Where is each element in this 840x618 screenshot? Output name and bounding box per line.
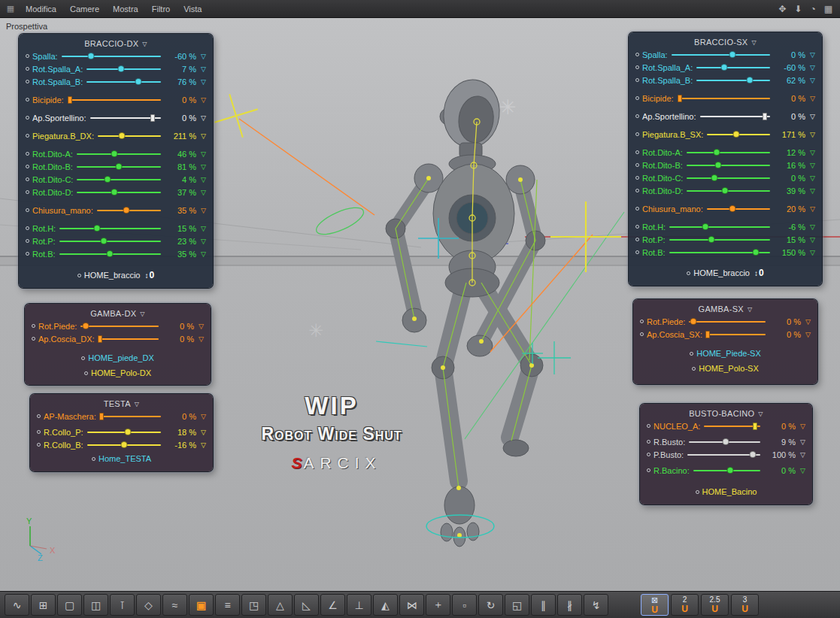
slider-handle[interactable] <box>104 176 111 183</box>
bend-tool[interactable]: ↯ <box>584 594 608 616</box>
slider-value[interactable]: -6 % <box>774 223 805 232</box>
envelope-dropdown-icon[interactable]: ▽ <box>196 96 206 104</box>
grid-tool[interactable]: ◫ <box>83 594 108 616</box>
button-home-piede-dx[interactable]: HOME_piede_DX <box>32 350 204 365</box>
slider-track[interactable] <box>707 134 770 135</box>
envelope-dropdown-icon[interactable]: ▽ <box>801 331 811 338</box>
slider-value[interactable]: 12 % <box>774 148 805 157</box>
viewport-2-button[interactable]: 2U <box>671 594 699 616</box>
slider-track[interactable] <box>669 226 770 228</box>
slider-value[interactable]: 62 % <box>774 76 805 85</box>
slider-handle[interactable] <box>715 162 722 168</box>
slider-track[interactable] <box>59 253 161 255</box>
envelope-dropdown-icon[interactable]: ▽ <box>196 53 206 60</box>
slider-handle[interactable] <box>721 64 728 71</box>
slider-value[interactable]: 171 % <box>774 130 805 139</box>
envelope-dropdown-icon[interactable]: ▽ <box>194 323 204 330</box>
slider-track[interactable] <box>90 117 161 119</box>
slider-track[interactable] <box>100 416 161 417</box>
cone-tool[interactable]: △ <box>268 594 293 616</box>
envelope-dropdown-icon[interactable]: ▽ <box>196 225 206 232</box>
slider-value[interactable]: 37 % <box>165 188 196 197</box>
slider-value[interactable]: 46 % <box>165 150 196 159</box>
slider-handle[interactable] <box>111 150 118 157</box>
button-home-polo-dx[interactable]: HOME_Polo-DX <box>32 365 204 380</box>
slider-handle[interactable] <box>729 205 736 212</box>
rotate-tool[interactable]: ↻ <box>478 594 503 616</box>
slider-handle[interactable] <box>123 207 129 214</box>
slider-handle[interactable] <box>68 96 72 104</box>
slider-value[interactable]: 0 % <box>162 322 194 331</box>
viewport-single-button[interactable]: ⊠U <box>641 594 669 616</box>
panel-collapse-icon[interactable]: ▽ <box>748 306 752 313</box>
envelope-dropdown-icon[interactable]: ▽ <box>196 413 206 420</box>
envelope-dropdown-icon[interactable]: ▽ <box>805 149 815 156</box>
bowtie-tool[interactable]: ⋈ <box>399 594 424 616</box>
grid-icon[interactable]: ▦ <box>824 4 832 14</box>
slider-handle[interactable] <box>732 131 739 138</box>
array-tool[interactable]: ∥ <box>531 594 556 616</box>
angle-tool[interactable]: ∠ <box>320 594 345 616</box>
slider-track[interactable] <box>704 426 760 427</box>
envelope-dropdown-icon[interactable]: ▽ <box>805 249 815 256</box>
slider-handle[interactable] <box>746 77 753 83</box>
slider-handle[interactable] <box>678 95 682 102</box>
slider-value[interactable]: 0 % <box>165 114 196 123</box>
slider-value[interactable]: 100 % <box>764 450 796 459</box>
slider-value[interactable]: 9 % <box>764 438 796 447</box>
slider-handle[interactable] <box>726 467 733 474</box>
slider-handle[interactable] <box>118 132 125 139</box>
slider-track[interactable] <box>687 165 770 166</box>
viewport-3-button[interactable]: 3U <box>731 594 759 616</box>
slider-value[interactable]: 16 % <box>774 161 805 170</box>
envelope-dropdown-icon[interactable]: ▽ <box>805 187 815 195</box>
slider-value[interactable]: 4 % <box>165 175 196 184</box>
down-arrow-icon[interactable]: ⬇ <box>794 4 802 14</box>
slider-track[interactable] <box>700 116 770 117</box>
slider-handle[interactable] <box>723 438 729 445</box>
slider-track[interactable] <box>687 152 770 153</box>
slider-value[interactable]: 0 % <box>764 422 796 431</box>
envelope-dropdown-icon[interactable]: ▽ <box>805 113 815 120</box>
slider-handle[interactable] <box>729 51 736 58</box>
envelope-dropdown-icon[interactable]: ▽ <box>196 150 206 158</box>
clock-icon[interactable]: ◔ <box>810 4 815 14</box>
slider-handle[interactable] <box>711 174 717 181</box>
slider-track[interactable] <box>62 56 161 57</box>
envelope-dropdown-icon[interactable]: ▽ <box>805 131 815 138</box>
panel-collapse-icon[interactable]: ▽ <box>752 39 757 46</box>
slider-track[interactable] <box>669 252 770 253</box>
slider-value[interactable]: 76 % <box>165 77 196 86</box>
envelope-dropdown-icon[interactable]: ▽ <box>196 207 206 214</box>
slider-handle[interactable] <box>107 250 114 257</box>
slider-track[interactable] <box>86 81 161 83</box>
slider-track[interactable] <box>706 334 766 335</box>
envelope-dropdown-icon[interactable]: ▽ <box>801 318 811 326</box>
envelope-dropdown-icon[interactable]: ▽ <box>805 162 815 169</box>
slider-value[interactable]: 7 % <box>165 65 196 74</box>
shear-tool[interactable]: ◱ <box>505 594 529 616</box>
envelope-dropdown-icon[interactable]: ▽ <box>796 467 805 474</box>
wave-tool[interactable]: ≈ <box>162 594 187 616</box>
envelope-dropdown-icon[interactable]: ▽ <box>805 51 815 59</box>
slider-value[interactable]: -60 % <box>165 52 196 61</box>
move-tool[interactable]: ＋ <box>426 594 450 616</box>
slider-value[interactable]: 23 % <box>165 237 196 246</box>
envelope-dropdown-icon[interactable]: ▽ <box>796 423 805 430</box>
menu-item-mostra[interactable]: Mostra <box>106 5 145 14</box>
button-home-bacino[interactable]: HOME_Bacino <box>647 483 805 500</box>
box-tool[interactable]: ▢ <box>57 594 82 616</box>
envelope-dropdown-icon[interactable]: ▽ <box>196 65 206 73</box>
slider-value[interactable]: 0 % <box>769 317 801 326</box>
slider-handle[interactable] <box>150 114 155 122</box>
mirror-tool[interactable]: ∦ <box>557 594 582 616</box>
rake-tool[interactable]: ≡ <box>215 594 240 616</box>
pole-tool[interactable]: ⊺ <box>110 594 135 616</box>
slider-handle[interactable] <box>115 163 122 170</box>
envelope-dropdown-icon[interactable]: ▽ <box>796 451 805 459</box>
slider-handle[interactable] <box>120 441 127 448</box>
slider-value[interactable]: 35 % <box>165 206 196 215</box>
panel-collapse-icon[interactable]: ▽ <box>140 311 144 317</box>
slider-handle[interactable] <box>99 413 104 420</box>
slider-value[interactable]: 211 % <box>165 132 196 141</box>
